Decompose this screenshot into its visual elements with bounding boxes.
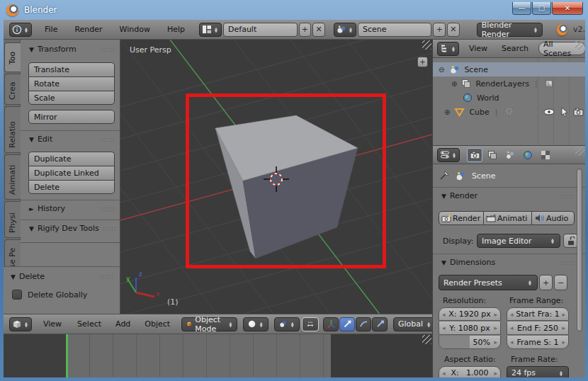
outliner-row-world[interactable]: World (433, 91, 585, 105)
scene-name-field[interactable]: Scene (358, 23, 431, 37)
collapse-minus-icon[interactable]: ⊖ (439, 66, 444, 74)
operator-panel-header[interactable]: ▼ Delete (11, 272, 114, 281)
rotate-button[interactable]: Rotate (28, 76, 115, 91)
render-still-button[interactable]: Render (439, 211, 484, 225)
resolution-x-field[interactable]: X: 1920 px (439, 307, 501, 321)
editor-type-properties-button[interactable] (437, 148, 460, 162)
rotate-manipulator-button[interactable] (356, 317, 371, 331)
outliner-menu-search[interactable]: Search (499, 44, 531, 53)
panel-grip-icon[interactable] (100, 273, 114, 280)
lock-button[interactable] (563, 234, 578, 248)
pivot-dropdown[interactable] (274, 317, 300, 331)
preset-remove-button[interactable]: − (554, 275, 567, 290)
menu-add[interactable]: Add (113, 319, 133, 329)
manipulator-axes-button[interactable] (323, 317, 339, 331)
mirror-button[interactable]: Mirror (28, 110, 115, 124)
duplicate-linked-button[interactable]: Duplicate Linked (28, 166, 115, 180)
resolution-scale-slider[interactable]: 50% (439, 336, 501, 349)
screen-layout-add-button[interactable]: + (299, 23, 312, 37)
tab-texture-context[interactable] (538, 148, 553, 162)
area-resize-grip[interactable] (575, 147, 584, 156)
viewport-3d[interactable]: User Persp y z x (1) + (120, 40, 432, 314)
render-panel-header[interactable]: ▼ Render (441, 191, 575, 200)
area-resize-grip[interactable] (575, 40, 584, 50)
panel-grip-icon[interactable] (561, 193, 575, 200)
expand-plus-icon[interactable]: ⊕ (451, 80, 457, 88)
edit-panel-header[interactable]: ▼ Edit (29, 135, 115, 144)
tab-render-context[interactable] (467, 148, 482, 162)
delete-globally-checkbox[interactable] (12, 290, 22, 300)
tab-world-context[interactable] (520, 148, 536, 162)
menu-window[interactable]: Window (117, 25, 153, 34)
resolution-y-field[interactable]: Y: 1080 px (439, 322, 501, 335)
tab-tools[interactable]: Too (4, 42, 21, 72)
dimensions-panel-header[interactable]: ▼ Dimensions (441, 258, 575, 267)
properties-scrollbar[interactable] (577, 169, 582, 331)
panel-grip-icon[interactable] (561, 259, 575, 266)
screen-layout-button[interactable] (199, 23, 222, 37)
frame-step-field[interactable]: Frame S: 1 (507, 336, 569, 349)
menu-file[interactable]: File (42, 25, 60, 34)
menu-help[interactable]: Help (164, 25, 188, 34)
translate-manipulator-button[interactable] (339, 317, 355, 331)
tab-relations[interactable]: Relatio (4, 106, 21, 153)
panel-grip-icon[interactable] (101, 136, 115, 143)
duplicate-button[interactable]: Duplicate (28, 152, 115, 166)
mesh-data-icon[interactable] (504, 107, 514, 117)
tab-animation[interactable]: Animati (4, 154, 21, 200)
tab-physics[interactable]: Physi (4, 201, 21, 238)
translate-button[interactable]: Translate (28, 62, 115, 76)
screen-layout-unlink-button[interactable]: ✕ (312, 23, 325, 37)
timeline[interactable] (4, 334, 432, 377)
editor-type-info-button[interactable] (9, 23, 32, 37)
renderability-camera-icon[interactable] (573, 108, 584, 116)
editor-type-outliner-button[interactable] (437, 42, 459, 56)
properties-region-expand-button[interactable]: + (417, 57, 428, 67)
render-animation-button[interactable]: Animati (484, 211, 532, 225)
transform-panel-header[interactable]: ▼ Transform (29, 45, 115, 54)
outliner-row-scene[interactable]: ⊖ Scene (433, 62, 585, 76)
menu-select[interactable]: Select (74, 319, 104, 329)
menu-object[interactable]: Object (142, 319, 173, 329)
visibility-eye-icon[interactable] (543, 108, 555, 116)
scene-unlink-button[interactable]: ✕ (447, 23, 460, 37)
editor-type-3dview-button[interactable] (9, 317, 32, 331)
tab-renderlayers-context[interactable] (485, 148, 500, 162)
orientation-dropdown[interactable]: Global (393, 317, 436, 331)
render-audio-button[interactable]: Audio (532, 211, 575, 225)
pin-icon[interactable] (439, 170, 450, 181)
outliner-menu-view[interactable]: View (466, 44, 490, 53)
shading-dropdown[interactable] (243, 317, 268, 331)
outliner-row-renderlayers[interactable]: ⊕ RenderLayers | (433, 76, 585, 91)
history-panel-header[interactable]: ► History (29, 204, 115, 213)
frame-end-field[interactable]: End F: 250 (507, 322, 569, 335)
splash-logo-icon[interactable] (557, 24, 567, 35)
titlebar[interactable]: Blender — ▢ ✕ (0, 0, 588, 20)
menu-view[interactable]: View (40, 319, 64, 329)
rigify-panel-header[interactable]: ▼ Rigify Dev Tools (29, 224, 117, 233)
panel-grip-icon[interactable] (101, 46, 115, 53)
area-resize-grip[interactable] (422, 335, 431, 344)
render-presets-dropdown[interactable]: Render Presets (439, 275, 538, 290)
panel-grip-icon[interactable] (101, 205, 115, 212)
current-frame-marker[interactable] (66, 334, 68, 377)
mode-dropdown[interactable]: Object Mode (181, 317, 237, 331)
scene-add-button[interactable]: + (433, 23, 446, 37)
panel-grip-icon[interactable] (103, 225, 117, 232)
renderlayer-data-icon[interactable] (545, 79, 554, 89)
selectability-cursor-icon[interactable] (560, 107, 569, 117)
menu-render[interactable]: Render (72, 25, 105, 34)
outliner-row-cube[interactable]: ⊕ Cube | (433, 105, 585, 119)
display-dropdown[interactable]: Image Editor (477, 234, 560, 248)
manipulator-toggle-button[interactable] (302, 317, 319, 331)
tab-create[interactable]: Crea (4, 74, 21, 105)
fps-dropdown[interactable]: 24 fps (507, 366, 569, 377)
expand-plus-icon[interactable]: ⊕ (444, 108, 450, 116)
tab-scene-context[interactable] (502, 148, 518, 162)
minimize-button[interactable]: — (512, 2, 531, 15)
scale-button[interactable]: Scale (28, 91, 115, 105)
scale-manipulator-button[interactable] (372, 317, 388, 331)
render-engine-dropdown[interactable]: Blender Render (477, 23, 543, 37)
delete-button[interactable]: Delete (28, 180, 115, 194)
preset-add-button[interactable]: + (539, 275, 553, 290)
